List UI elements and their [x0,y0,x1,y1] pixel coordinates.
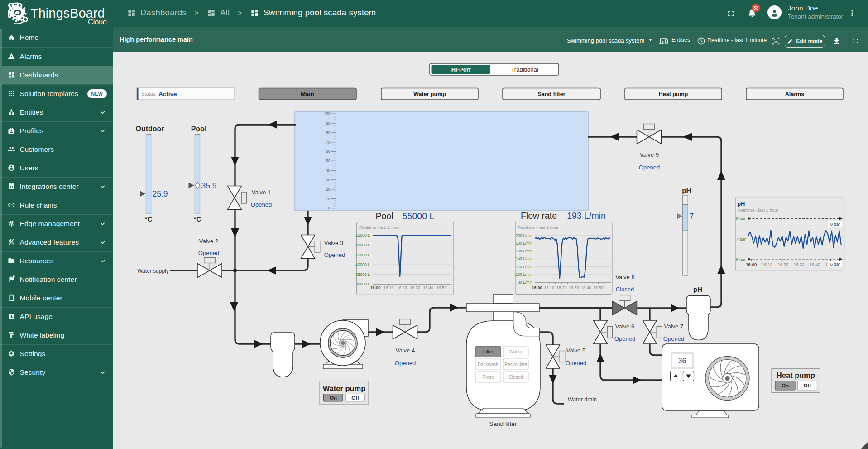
svg-text:Sand filter: Sand filter [537,91,565,97]
svg-text:°C: °C [194,215,201,223]
svg-text:50000 L: 50000 L [355,243,370,247]
svg-text:16:40: 16:40 [810,262,820,267]
svg-text:16:00: 16:00 [370,285,380,290]
svg-text:Realtime - last 1 hour: Realtime - last 1 hour [738,208,778,212]
svg-text:Opened: Opened [639,164,660,171]
svg-text:Recirculate: Recirculate [504,362,527,367]
svg-text:160 L/min: 160 L/min [516,249,533,253]
svg-text:pH: pH [693,285,702,293]
svg-text:Opened: Opened [198,250,219,256]
svg-text:Valve 4: Valve 4 [396,347,415,354]
svg-text:16:10: 16:10 [544,285,555,290]
svg-text:6 bar: 6 bar [830,261,840,266]
svg-text:40: 40 [326,168,331,173]
svg-text:60: 60 [326,149,331,154]
svg-text:Closed: Closed [616,286,634,293]
svg-text:Valve 1: Valve 1 [252,189,271,196]
svg-text:30000 L: 30000 L [355,282,370,286]
svg-text:16:30: 16:30 [794,262,805,267]
svg-text:16:20: 16:20 [778,262,789,267]
svg-text:8 bar: 8 bar [830,222,840,227]
svg-text:16:00: 16:00 [746,262,757,267]
svg-text:16:20: 16:20 [556,285,567,290]
svg-text:Realtime - last 1 hour: Realtime - last 1 hour [359,225,400,230]
svg-text:100: 100 [324,111,330,116]
svg-text:Filter: Filter [483,349,494,354]
svg-text:16:40: 16:40 [581,285,591,290]
svg-text:80 L/min: 80 L/min [518,280,532,285]
svg-text:Heat pump: Heat pump [777,371,815,379]
svg-text:Heat pump: Heat pump [659,91,688,97]
svg-text:Traditional: Traditional [511,66,538,73]
svg-text:Pool: Pool [191,125,207,133]
svg-text:80: 80 [326,130,331,135]
svg-text:30: 30 [326,178,331,182]
svg-text:pH: pH [682,187,691,194]
svg-text:20: 20 [326,187,331,192]
svg-text:Off: Off [351,395,359,401]
svg-text:16:10: 16:10 [762,262,772,267]
svg-text:16:30: 16:30 [569,285,579,290]
svg-text:200 L/min: 200 L/min [516,233,533,238]
svg-text:On: On [330,395,337,401]
svg-text:Sand filter: Sand filter [489,420,517,427]
svg-text:°C: °C [145,215,153,223]
svg-text:0: 0 [328,206,331,210]
svg-text:Valve 2: Valve 2 [199,238,218,245]
svg-text:Opened: Opened [324,251,345,258]
svg-text:55000 L: 55000 L [355,233,370,237]
svg-text:45000 L: 45000 L [355,253,370,257]
svg-text:16:10: 16:10 [384,285,394,290]
svg-text:Pool: Pool [375,211,393,221]
svg-text:Opened: Opened [395,360,416,367]
svg-text:Water pump: Water pump [323,384,366,392]
svg-text:7: 7 [690,212,694,221]
svg-text:7 bar: 7 bar [736,237,746,241]
svg-text:50: 50 [326,159,331,163]
svg-text:16:00: 16:00 [532,285,542,290]
svg-text:55000 L: 55000 L [403,211,435,221]
svg-text:Opened: Opened [566,360,586,367]
svg-text:16:20: 16:20 [397,285,407,290]
svg-text:16:30: 16:30 [410,285,420,290]
svg-text:Rinse: Rinse [482,375,494,380]
svg-text:Waste: Waste [509,349,522,354]
svg-text:Opened: Opened [663,335,684,342]
svg-text:36: 36 [678,357,686,365]
svg-text:40000 L: 40000 L [355,262,370,267]
svg-text:16:40: 16:40 [423,285,434,290]
svg-text:193 L/min: 193 L/min [567,211,606,221]
svg-text:Active: Active [158,91,177,97]
svg-text:Closed: Closed [508,375,523,380]
svg-text:25.9: 25.9 [153,189,168,198]
svg-text:16:50: 16:50 [436,285,447,290]
svg-text:Backwash: Backwash [478,362,499,367]
svg-text:100 L/min: 100 L/min [516,272,533,277]
svg-text:Hi-Perf: Hi-Perf [451,66,471,73]
svg-text:Realtime - last 1 hour: Realtime - last 1 hour [518,225,559,230]
svg-text:Cloud: Cloud [88,18,107,26]
svg-text:140 L/min: 140 L/min [516,256,533,261]
svg-text:Valve 8: Valve 8 [615,274,634,280]
svg-text:90: 90 [326,121,331,126]
svg-text:Valve 9: Valve 9 [640,151,659,158]
svg-text:Water pump: Water pump [413,91,446,97]
svg-text:35.9: 35.9 [201,181,217,190]
svg-text:Valve 3: Valve 3 [324,240,343,246]
svg-text:Opened: Opened [614,335,635,342]
svg-text:8 bar: 8 bar [736,216,746,221]
svg-text:Valve 5: Valve 5 [566,347,585,354]
svg-text:Status:: Status: [141,91,157,97]
svg-text:Off: Off [804,383,811,388]
svg-text:70: 70 [326,140,331,145]
svg-text:16:50: 16:50 [593,285,604,290]
svg-text:120 L/min: 120 L/min [516,265,533,269]
svg-text:10: 10 [326,197,331,201]
svg-text:Water drain: Water drain [568,396,597,403]
svg-text:Valve 6: Valve 6 [615,323,634,330]
svg-text:Valve 7: Valve 7 [664,323,683,330]
svg-text:180 L/min: 180 L/min [516,241,533,246]
svg-text:Outdoor: Outdoor [135,125,164,133]
svg-text:Water supply: Water supply [137,268,169,274]
svg-text:35000 L: 35000 L [355,272,370,277]
